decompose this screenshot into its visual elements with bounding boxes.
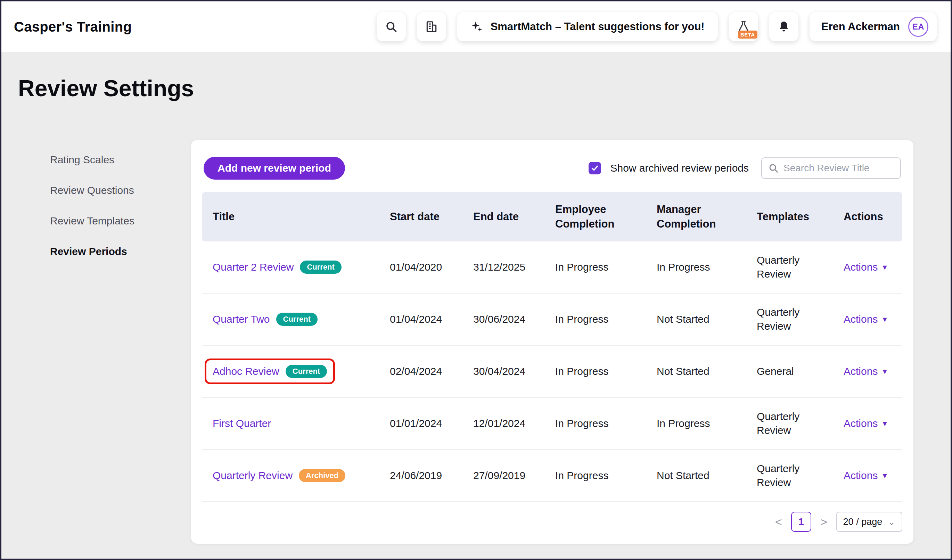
card-toolbar: Add new review period Show archived revi… (202, 157, 902, 180)
search-button[interactable] (377, 12, 406, 41)
review-period-link[interactable]: First Quarter (213, 417, 271, 431)
table-row: Quarter Two Current 01/04/2024 30/06/202… (202, 293, 902, 346)
page-size-value: 20 / page (843, 517, 882, 528)
end-date: 30/06/2024 (473, 312, 555, 327)
column-header-end-date: End date (473, 210, 555, 224)
table-row: Quarterly Review Archived 24/06/2019 27/… (202, 450, 902, 502)
actions-menu-button[interactable]: Actions ▾ (844, 417, 887, 431)
employee-completion: In Progress (555, 312, 657, 327)
actions-menu-button[interactable]: Actions ▾ (844, 260, 887, 275)
page-title: Review Settings (18, 75, 950, 102)
toolbar-right: Show archived review periods (589, 157, 901, 179)
check-icon (591, 164, 599, 172)
avatar: EA (908, 17, 928, 37)
review-period-link[interactable]: Quarter 2 Review (213, 260, 294, 275)
settings-sidebar: Rating Scales Review Questions Review Te… (2, 140, 191, 276)
red-highlight-outline: Adhoc Review Current (205, 358, 335, 384)
caret-down-icon: ▾ (882, 419, 887, 427)
title-cell: First Quarter (202, 417, 390, 431)
column-header-manager-completion: Manager Completion (657, 202, 757, 231)
sidebar-item-review-periods[interactable]: Review Periods (50, 245, 191, 258)
topbar-actions: SmartMatch – Talent suggestions for you!… (377, 12, 937, 41)
page-size-select[interactable]: 20 / page ⌄ (836, 512, 902, 532)
start-date: 01/04/2024 (390, 312, 473, 327)
sidebar-item-review-questions[interactable]: Review Questions (50, 184, 191, 197)
app-window: Casper's Training (0, 0, 952, 560)
caret-down-icon: ▾ (882, 263, 887, 272)
app-title: Casper's Training (14, 19, 132, 35)
search-icon (385, 20, 397, 33)
search-review-title-box (761, 157, 901, 179)
actions-cell: Actions ▾ (844, 469, 902, 483)
manager-completion: In Progress (657, 260, 757, 275)
add-review-period-button[interactable]: Add new review period (204, 157, 345, 180)
labs-button[interactable]: BETA (729, 12, 758, 41)
caret-down-icon: ▾ (882, 315, 887, 323)
actions-label: Actions (844, 364, 878, 379)
employee-completion: In Progress (555, 469, 657, 483)
actions-cell: Actions ▾ (844, 364, 902, 379)
actions-label: Actions (844, 260, 878, 275)
review-periods-card: Add new review period Show archived revi… (191, 140, 914, 544)
column-header-actions: Actions (844, 210, 902, 224)
review-period-link[interactable]: Quarterly Review (213, 469, 292, 483)
actions-menu-button[interactable]: Actions ▾ (844, 312, 887, 327)
manager-completion: Not Started (657, 364, 757, 379)
templates: General (757, 364, 844, 379)
review-period-link[interactable]: Quarter Two (213, 312, 270, 327)
notifications-button[interactable] (769, 12, 798, 41)
search-review-title-input[interactable] (784, 163, 894, 174)
title-cell: Adhoc Review Current (202, 358, 390, 384)
table-row: Quarter 2 Review Current 01/04/2020 31/1… (202, 241, 902, 293)
employee-completion: In Progress (555, 417, 657, 431)
sidebar-item-review-templates[interactable]: Review Templates (50, 215, 191, 227)
actions-label: Actions (844, 312, 878, 327)
pagination-prev-button[interactable]: < (773, 515, 784, 529)
smartmatch-button[interactable]: SmartMatch – Talent suggestions for you! (457, 12, 718, 41)
manager-completion: In Progress (657, 417, 757, 431)
beta-badge: BETA (738, 31, 757, 39)
bell-icon (777, 20, 790, 33)
templates: Quarterly Review (757, 462, 844, 490)
status-badge-current: Current (276, 313, 318, 326)
actions-cell: Actions ▾ (844, 260, 902, 275)
building-icon (425, 20, 438, 33)
review-period-link[interactable]: Adhoc Review (213, 364, 279, 379)
pagination-next-button[interactable]: > (818, 515, 829, 529)
column-header-title: Title (202, 210, 390, 224)
show-archived-checkbox[interactable] (589, 162, 601, 174)
end-date: 27/09/2019 (473, 469, 555, 483)
start-date: 24/06/2019 (390, 469, 473, 483)
organisation-button[interactable] (417, 12, 446, 41)
user-menu[interactable]: Eren Ackerman EA (810, 12, 937, 41)
end-date: 31/12/2025 (473, 260, 555, 275)
templates: Quarterly Review (757, 253, 844, 281)
pagination-page-1[interactable]: 1 (791, 512, 811, 532)
start-date: 01/04/2020 (390, 260, 473, 275)
actions-menu-button[interactable]: Actions ▾ (844, 469, 887, 483)
caret-down-icon: ▾ (882, 367, 887, 375)
employee-completion: In Progress (555, 260, 657, 275)
table-header: Title Start date End date Employee Compl… (202, 192, 902, 241)
show-archived-label[interactable]: Show archived review periods (610, 162, 749, 174)
caret-down-icon: ▾ (882, 471, 887, 480)
end-date: 12/01/2024 (473, 417, 555, 431)
column-header-employee-completion: Employee Completion (555, 202, 657, 231)
end-date: 30/04/2024 (473, 364, 555, 379)
main-layout: Rating Scales Review Questions Review Te… (2, 140, 950, 544)
smartmatch-label: SmartMatch – Talent suggestions for you! (491, 20, 705, 33)
manager-completion: Not Started (657, 469, 757, 483)
search-icon (768, 163, 779, 173)
actions-label: Actions (844, 417, 878, 431)
actions-cell: Actions ▾ (844, 417, 902, 431)
templates: Quarterly Review (757, 410, 844, 438)
status-badge-current: Current (300, 261, 341, 274)
column-header-start-date: Start date (390, 210, 473, 224)
column-header-templates: Templates (757, 210, 844, 224)
start-date: 01/01/2024 (390, 417, 473, 431)
sparkle-icon (470, 20, 483, 33)
pagination: < 1 > 20 / page ⌄ (202, 512, 902, 532)
sidebar-item-rating-scales[interactable]: Rating Scales (50, 154, 191, 166)
actions-menu-button[interactable]: Actions ▾ (844, 364, 887, 379)
status-badge-current: Current (286, 365, 327, 378)
